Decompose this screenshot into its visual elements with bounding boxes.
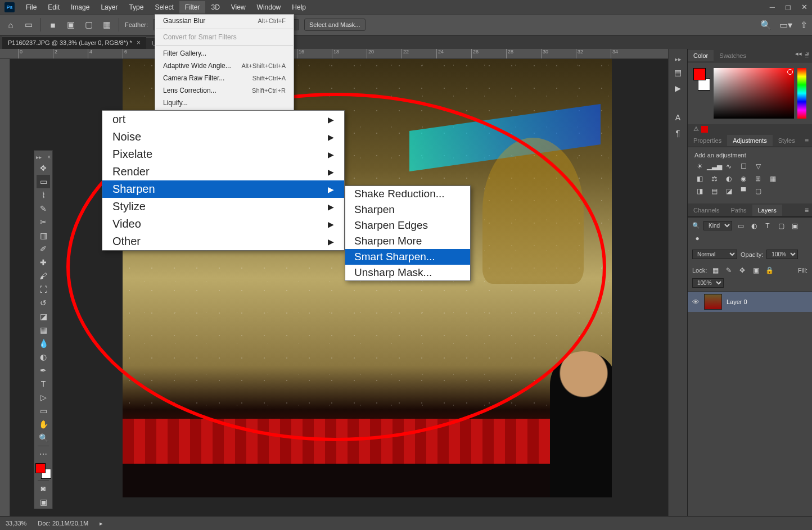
panel-menu-icon[interactable]: ≡ bbox=[801, 137, 812, 144]
close-icon[interactable]: × bbox=[806, 50, 810, 57]
foreground-background-colors[interactable] bbox=[35, 463, 51, 479]
menu-item-stylize[interactable]: Stylize▶ bbox=[102, 198, 344, 215]
menu-item-video[interactable]: Video▶ bbox=[102, 215, 344, 233]
menu-item-other[interactable]: Other▶ bbox=[102, 233, 344, 250]
menu-item[interactable]: Sharpen Edges bbox=[345, 218, 470, 233]
path-select-tool-icon[interactable]: ▷ bbox=[37, 391, 50, 404]
bw-icon[interactable]: ◐ bbox=[724, 174, 734, 183]
screenmode-icon[interactable]: ▣ bbox=[37, 495, 50, 509]
rectangle-tool-icon[interactable]: ▭ bbox=[37, 404, 50, 418]
eraser-tool-icon[interactable]: ◪ bbox=[37, 310, 50, 323]
restore-icon[interactable]: ◻ bbox=[785, 3, 791, 11]
lasso-tool-icon[interactable]: ⌇ bbox=[37, 188, 50, 202]
menu-layer[interactable]: Layer bbox=[95, 1, 123, 13]
layer-thumbnail[interactable] bbox=[704, 294, 722, 310]
curves-icon[interactable]: ∿ bbox=[724, 162, 734, 171]
lock-all-icon[interactable]: 🔒 bbox=[764, 266, 774, 275]
menu-edit[interactable]: Edit bbox=[42, 1, 65, 13]
filter-pixel-icon[interactable]: ▭ bbox=[736, 221, 746, 230]
lock-image-icon[interactable]: ✎ bbox=[724, 266, 734, 275]
menu-item[interactable]: Camera Raw Filter...Shift+Ctrl+A bbox=[155, 72, 294, 84]
visibility-icon[interactable]: 👁 bbox=[692, 298, 700, 306]
lock-position-icon[interactable]: ✥ bbox=[737, 266, 747, 275]
menu-item-render[interactable]: Render▶ bbox=[102, 163, 344, 180]
filter-adjust-icon[interactable]: ◐ bbox=[749, 221, 759, 230]
menu-item-last-filter[interactable]: Gaussian Blur Alt+Ctrl+F bbox=[155, 15, 294, 27]
frame-tool-icon[interactable]: ▥ bbox=[37, 229, 50, 242]
layer-filter-kind[interactable]: Kind bbox=[703, 221, 732, 230]
tab-color[interactable]: Color bbox=[688, 50, 714, 61]
filter-toggle-icon[interactable]: ● bbox=[692, 234, 702, 243]
crop-tool-icon[interactable]: ✂ bbox=[37, 215, 50, 229]
history-brush-tool-icon[interactable]: ↺ bbox=[37, 296, 50, 310]
tab-swatches[interactable]: Swatches bbox=[714, 50, 752, 61]
tab-channels[interactable]: Channels bbox=[688, 205, 725, 216]
selection-add-icon[interactable]: ▣ bbox=[65, 19, 77, 31]
levels-icon[interactable]: ▁▃▅ bbox=[709, 162, 719, 171]
type-tool-icon[interactable]: T bbox=[37, 377, 50, 391]
marquee-tool-icon[interactable]: ▭ bbox=[37, 175, 50, 188]
brightness-icon[interactable]: ☀ bbox=[694, 162, 705, 171]
filter-shape-icon[interactable]: ▢ bbox=[776, 221, 786, 230]
minimize-icon[interactable]: ─ bbox=[770, 3, 775, 11]
healing-tool-icon[interactable]: ✚ bbox=[37, 256, 50, 269]
collapse-icon[interactable]: ◂◂ bbox=[795, 50, 802, 57]
document-tab[interactable]: P1160237.JPG @ 33,3% (Layer 0, RGB/8*) *… bbox=[2, 36, 146, 49]
vibrance-icon[interactable]: ▽ bbox=[753, 162, 763, 171]
selection-subtract-icon[interactable]: ▢ bbox=[83, 19, 95, 31]
search-icon[interactable]: 🔍 bbox=[760, 20, 772, 30]
color-picker-ring[interactable] bbox=[787, 69, 793, 75]
select-and-mask-button[interactable]: Select and Mask... bbox=[304, 19, 366, 31]
quick-select-tool-icon[interactable]: ✎ bbox=[37, 202, 50, 215]
move-tool-icon[interactable]: ✥ bbox=[37, 161, 50, 175]
invert-icon[interactable]: ◨ bbox=[694, 187, 705, 196]
brush-tool-icon[interactable]: 🖌 bbox=[37, 269, 50, 283]
menu-item-convert-smart[interactable]: Convert for Smart Filters bbox=[155, 31, 294, 43]
zoom-level[interactable]: 33,33% bbox=[6, 520, 26, 527]
selection-intersect-icon[interactable]: ▦ bbox=[101, 19, 113, 31]
actions-panel-icon[interactable]: ▶ bbox=[672, 82, 684, 94]
workspace-icon[interactable]: ▭▾ bbox=[779, 20, 792, 30]
lookup-icon[interactable]: ▦ bbox=[768, 174, 778, 183]
marquee-tool-icon[interactable]: ▭ bbox=[22, 19, 35, 31]
posterize-icon[interactable]: ▤ bbox=[709, 187, 719, 196]
tab-layers[interactable]: Layers bbox=[752, 205, 782, 216]
color-field[interactable] bbox=[714, 68, 794, 119]
opacity-select[interactable]: 100% bbox=[766, 250, 798, 259]
tab-paths[interactable]: Paths bbox=[725, 205, 752, 216]
lock-artboard-icon[interactable]: ▣ bbox=[751, 266, 761, 275]
doc-size[interactable]: Doc: 20,1M/20,1M bbox=[38, 520, 88, 527]
eyedropper-tool-icon[interactable]: ✐ bbox=[37, 242, 50, 256]
character-panel-icon[interactable]: A bbox=[672, 111, 684, 124]
menu-file[interactable]: File bbox=[20, 1, 42, 13]
balance-icon[interactable]: ⚖ bbox=[709, 174, 719, 183]
dodge-tool-icon[interactable]: ◐ bbox=[37, 350, 50, 364]
blur-tool-icon[interactable]: 💧 bbox=[37, 337, 50, 350]
lock-transparent-icon[interactable]: ▦ bbox=[710, 266, 720, 275]
menu-item[interactable]: Smart Sharpen... bbox=[345, 249, 470, 265]
gradient-tool-icon[interactable]: ▦ bbox=[37, 323, 50, 337]
hue-slider[interactable] bbox=[797, 68, 806, 119]
menu-item-pixelate[interactable]: Pixelate▶ bbox=[102, 146, 344, 163]
panel-menu-icon[interactable]: ≡ bbox=[801, 206, 812, 214]
exposure-icon[interactable]: ☐ bbox=[738, 162, 748, 171]
expand-icon[interactable]: ▸▸ bbox=[675, 56, 682, 63]
hue-icon[interactable]: ◧ bbox=[694, 174, 705, 183]
menu-item-noise[interactable]: Noise▶ bbox=[102, 128, 344, 146]
layer-name[interactable]: Layer 0 bbox=[727, 298, 747, 305]
menu-item[interactable]: Adaptive Wide Angle...Alt+Shift+Ctrl+A bbox=[155, 60, 294, 72]
fill-select[interactable]: 100% bbox=[692, 278, 724, 288]
home-icon[interactable]: ⌂ bbox=[4, 19, 17, 31]
edit-toolbar-icon[interactable]: ⋯ bbox=[37, 447, 50, 461]
blend-mode-select[interactable]: Normal bbox=[692, 250, 737, 259]
menu-select[interactable]: Select bbox=[149, 1, 179, 13]
menu-item-sharpen[interactable]: Sharpen▶ bbox=[102, 180, 344, 198]
tab-styles[interactable]: Styles bbox=[773, 135, 801, 146]
menu-window[interactable]: Window bbox=[251, 1, 287, 13]
pen-tool-icon[interactable]: ✒ bbox=[37, 364, 50, 377]
color-fgbg-indicator[interactable] bbox=[693, 68, 710, 90]
layer-row[interactable]: 👁 Layer 0 bbox=[688, 291, 812, 312]
threshold-icon[interactable]: ◪ bbox=[724, 187, 734, 196]
close-icon[interactable]: ✕ bbox=[801, 3, 808, 11]
menu-image[interactable]: Image bbox=[65, 1, 95, 13]
